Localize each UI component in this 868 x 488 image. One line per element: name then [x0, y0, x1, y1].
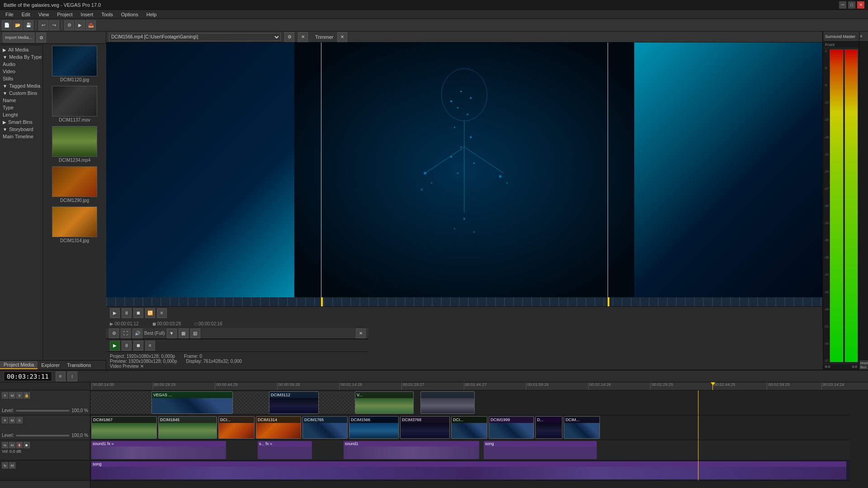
- clip-dcim1867[interactable]: DCIM1867: [91, 416, 157, 439]
- clip-dci[interactable]: DCI...: [218, 416, 255, 439]
- vp-stop-btn[interactable]: ⏹: [133, 341, 143, 351]
- menu-tools[interactable]: Tools: [98, 11, 117, 18]
- trimmer-stop-btn[interactable]: ⏹: [133, 308, 143, 318]
- import-media-btn[interactable]: Import Media...: [3, 33, 34, 42]
- trimmer-play-btn[interactable]: ▶: [110, 308, 120, 318]
- tree-item-media-by-type[interactable]: ▼ Media By Type: [1, 53, 42, 61]
- new-btn[interactable]: 📄: [2, 20, 12, 30]
- aud2-fx-btn[interactable]: fx: [2, 462, 8, 469]
- vp-play-btn[interactable]: ▶: [110, 341, 120, 351]
- tree-item-video[interactable]: Video: [1, 68, 42, 75]
- clip-dcim3112[interactable]: DCIM3112: [269, 391, 319, 414]
- audio-clip-sound1[interactable]: sound1 fx =: [91, 441, 226, 459]
- timeline-tracks-container[interactable]: 00:00:14:00 00:00:29:29 00:00:44:29 00:0…: [90, 382, 868, 488]
- tree-item-main-timeline[interactable]: Main Timeline: [1, 133, 42, 140]
- menu-project[interactable]: Project: [53, 11, 76, 18]
- tree-item-type[interactable]: Type: [1, 104, 42, 111]
- clip-dcim3768[interactable]: DCIM3768: [400, 416, 450, 439]
- clip-dcim1314[interactable]: DCIM1314: [256, 416, 301, 439]
- thumb-item[interactable]: DCIM1290.jpg: [52, 166, 97, 203]
- vp-menu-btn[interactable]: ≡: [145, 341, 155, 351]
- menu-edit[interactable]: Edit: [18, 11, 34, 18]
- redo-btn[interactable]: ↪: [49, 20, 59, 30]
- vp-close-btn[interactable]: ✕: [356, 328, 366, 338]
- trimmer-opts-btn[interactable]: ⚙: [284, 32, 294, 42]
- trimmer-pause-btn[interactable]: ⏸: [122, 308, 132, 318]
- clip-dcim-final[interactable]: DCIM...: [564, 416, 600, 439]
- tree-item-length[interactable]: Lenght: [1, 111, 42, 118]
- trimmer-timeline[interactable]: [106, 297, 822, 306]
- track-solo-btn[interactable]: S: [16, 392, 23, 399]
- track2-mute-btn[interactable]: M: [9, 417, 15, 423]
- aud1-m-btn[interactable]: M: [9, 442, 15, 448]
- clip-dci2[interactable]: DCI...: [451, 416, 487, 439]
- tree-item-name[interactable]: Name: [1, 97, 42, 104]
- menu-file[interactable]: File: [2, 11, 17, 18]
- render-btn[interactable]: ▶: [75, 20, 85, 30]
- menu-view[interactable]: View: [35, 11, 53, 18]
- tree-item-all-media[interactable]: ▶ All Media: [1, 46, 42, 53]
- clip-v[interactable]: V...: [355, 391, 414, 414]
- media-opts-btn[interactable]: ⚙: [36, 33, 46, 42]
- vp-grid-btn[interactable]: ▦: [179, 328, 189, 338]
- clip-dcim1765[interactable]: DCIM1765: [302, 416, 348, 439]
- minimize-button[interactable]: ─: [839, 1, 846, 9]
- aud1-rec-btn[interactable]: ⏺: [24, 442, 30, 448]
- vp-audio-btn[interactable]: 🔊: [132, 328, 142, 338]
- aud1-mute-icon[interactable]: 🔇: [16, 442, 23, 448]
- audio-clip-s[interactable]: s... fx =: [258, 441, 312, 459]
- audio-clip-song[interactable]: song: [484, 441, 597, 459]
- tab-project-media[interactable]: Project Media: [0, 361, 38, 369]
- thumb-item[interactable]: DCIM1314.jpg: [52, 206, 97, 243]
- tl-settings-btn[interactable]: ≡: [56, 371, 66, 381]
- track-lock-btn[interactable]: 🔒: [24, 392, 30, 399]
- clip-dcim1845[interactable]: DCIM1845: [158, 416, 217, 439]
- trimmer-panel-close[interactable]: ✕: [337, 32, 347, 42]
- vp-quality-select[interactable]: ▼: [167, 328, 177, 338]
- clip-dcim1999[interactable]: DCIM1999: [489, 416, 534, 439]
- vp-pause-btn[interactable]: ⏸: [122, 341, 132, 351]
- tree-item-storyboard-bins[interactable]: ▼ Storyboard: [1, 126, 42, 133]
- track2-expand-btn[interactable]: ≡: [2, 417, 8, 423]
- track-mute-btn[interactable]: M: [9, 392, 15, 399]
- menu-options[interactable]: Options: [118, 11, 142, 18]
- aud2-m-btn[interactable]: M: [9, 462, 15, 469]
- thumb-item[interactable]: DCIM1234.mp4: [52, 126, 97, 163]
- aud1-fx-btn[interactable]: fx: [2, 442, 8, 448]
- save-btn[interactable]: 💾: [24, 20, 33, 30]
- vp-settings-btn[interactable]: ⚙: [109, 328, 119, 338]
- vp-zoom-btn[interactable]: ⛶: [121, 328, 131, 338]
- trimmer-menu-btn[interactable]: ≡: [157, 308, 167, 318]
- open-btn[interactable]: 📂: [13, 20, 23, 30]
- tl-scroll-btn[interactable]: ↕: [67, 371, 77, 381]
- track1-slider[interactable]: [16, 410, 70, 412]
- audio-clip-sound1b[interactable]: sound1: [344, 441, 479, 459]
- clip-d[interactable]: D...: [535, 416, 562, 439]
- track-expand-btn[interactable]: ≡: [2, 392, 8, 399]
- clip-last[interactable]: [420, 391, 475, 414]
- audio-clip-song-main[interactable]: song: [91, 461, 846, 479]
- trimmer-file-select[interactable]: DCIM1566.mp4 [C:\User\Footage\Gaming\]: [109, 33, 281, 41]
- trimmer-close-btn[interactable]: ✕: [298, 32, 308, 42]
- clip-vegas[interactable]: VEGAS ...: [151, 391, 233, 414]
- tree-item-custom-bins[interactable]: ▼ Custom Bins: [1, 89, 42, 97]
- thumb-item[interactable]: DCIM1120.jpg: [52, 46, 97, 82]
- tab-transitions[interactable]: Transitions: [63, 361, 94, 369]
- thumb-item[interactable]: DCIM1137.mov: [52, 86, 97, 122]
- menu-help[interactable]: Help: [143, 11, 160, 18]
- close-button[interactable]: ✕: [857, 1, 864, 9]
- tree-item-tagged-media[interactable]: ▼ Tagged Media: [1, 82, 42, 89]
- track2-solo-btn[interactable]: S: [16, 417, 23, 423]
- maximize-button[interactable]: □: [848, 1, 855, 9]
- settings-btn[interactable]: ⚙: [64, 20, 74, 30]
- menu-insert[interactable]: Insert: [77, 11, 97, 18]
- tab-explorer[interactable]: Explorer: [38, 361, 63, 369]
- trimmer-loop-btn[interactable]: 🔁: [145, 308, 155, 318]
- vp-grid2-btn[interactable]: ▧: [190, 328, 200, 338]
- undo-btn[interactable]: ↩: [38, 20, 48, 30]
- track2-slider[interactable]: [16, 435, 70, 436]
- export-btn[interactable]: 📤: [86, 20, 96, 30]
- tree-item-audio[interactable]: Audio: [1, 61, 42, 68]
- clip-dcim1566[interactable]: DCIM1566: [349, 416, 399, 439]
- tree-item-smart-bins[interactable]: ▶ Smart Bins: [1, 118, 42, 126]
